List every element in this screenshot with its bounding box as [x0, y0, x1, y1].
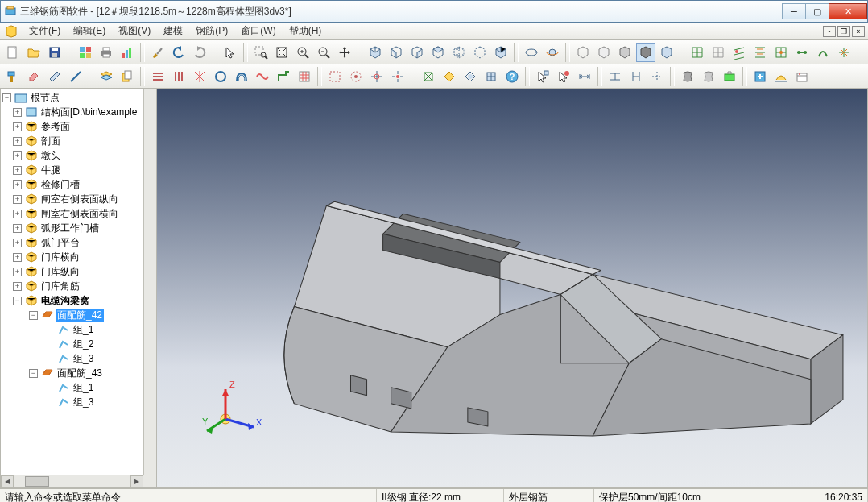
3d-viewport[interactable]: X Y Z [157, 89, 868, 488]
tree-item-group[interactable]: 组_2 [2, 337, 155, 351]
menu-model[interactable]: 建模 [157, 24, 189, 38]
sel-point-button[interactable] [388, 67, 407, 86]
export2-button[interactable] [771, 67, 791, 86]
scroll-thumb[interactable] [25, 476, 49, 487]
rebar-wave-button[interactable] [253, 67, 272, 86]
grid8-button[interactable] [834, 43, 854, 62]
view-wire1-button[interactable] [449, 43, 469, 62]
grid3-button[interactable] [730, 43, 749, 62]
rebar-radial-button[interactable] [190, 67, 209, 86]
view-top-button[interactable] [428, 43, 448, 62]
dim1-button[interactable] [606, 67, 625, 86]
dim3-button[interactable] [647, 67, 667, 86]
tree-item[interactable]: +闸室右侧表面横向 [2, 206, 155, 221]
tree-item[interactable]: +门库角筋 [2, 279, 155, 293]
menu-window[interactable]: 窗口(W) [234, 24, 282, 38]
rebar-hatch-button[interactable] [295, 67, 314, 86]
grid5-button[interactable] [771, 43, 791, 62]
tree-item[interactable]: +检修门槽 [2, 177, 155, 192]
tool-line-button[interactable] [66, 67, 85, 86]
view-solid-button[interactable] [491, 43, 510, 62]
menu-help[interactable]: 帮助(H) [283, 24, 329, 38]
op1-button[interactable] [419, 67, 438, 86]
shade2-button[interactable] [594, 43, 614, 62]
tree-item-group[interactable]: 组_1 [2, 322, 155, 337]
expander-icon[interactable]: + [13, 224, 22, 233]
expander-icon[interactable]: + [13, 282, 22, 291]
tree-item[interactable]: +闸室右侧表面纵向 [2, 192, 155, 206]
tree-item[interactable]: +弧形工作门槽 [2, 221, 155, 235]
view-wire2-button[interactable] [470, 43, 490, 62]
close-button[interactable]: ✕ [829, 3, 867, 19]
mdi-minimize[interactable]: - [823, 26, 836, 37]
tree-item[interactable]: +墩头 [2, 148, 155, 163]
tool-plane-button[interactable] [45, 67, 64, 86]
tree-item[interactable]: +门库横向 [2, 250, 155, 264]
mdi-close[interactable]: × [852, 26, 865, 37]
rebar-circle-button[interactable] [211, 67, 230, 86]
scroll-right-button[interactable]: ▶ [130, 475, 143, 487]
copy-layer-button[interactable] [118, 67, 137, 86]
zoom-extents-button[interactable] [272, 43, 291, 62]
pointer-button[interactable] [221, 43, 240, 62]
rebar-bundle-button[interactable] [169, 67, 188, 86]
expander-icon[interactable]: + [13, 166, 22, 175]
structure-button[interactable] [76, 43, 95, 62]
tree-vscroll[interactable] [143, 89, 156, 475]
tree-item[interactable]: +剖面 [2, 134, 155, 148]
expander-icon[interactable]: + [13, 151, 22, 160]
menu-rebar[interactable]: 钢筋(P) [189, 24, 234, 38]
tree-item[interactable]: +门库纵向 [2, 264, 155, 279]
sel-cross-button[interactable] [367, 67, 386, 86]
tree-item-group[interactable]: 组_3 [2, 351, 155, 366]
grid7-button[interactable] [813, 43, 833, 62]
expander-icon[interactable]: − [2, 93, 11, 102]
view-front-button[interactable] [386, 43, 406, 62]
help-button[interactable]: ? [502, 67, 522, 86]
zoom-in-button[interactable] [293, 43, 312, 62]
grid1-button[interactable] [688, 43, 707, 62]
expander-icon[interactable]: + [13, 108, 22, 117]
chart-button[interactable] [118, 43, 137, 62]
expander-icon[interactable]: + [13, 210, 22, 218]
maximize-button[interactable]: ▢ [805, 3, 829, 19]
export3-button[interactable] [792, 67, 812, 86]
new-file-button[interactable] [3, 43, 23, 62]
view-side-button[interactable] [407, 43, 427, 62]
tree-item-cable[interactable]: −电缆沟梁窝 [2, 293, 155, 308]
brush-button[interactable] [148, 43, 167, 62]
measure-button[interactable] [575, 67, 594, 86]
open-file-button[interactable] [24, 43, 43, 62]
print-button[interactable] [97, 43, 116, 62]
shade5-button[interactable] [657, 43, 676, 62]
expander-icon[interactable]: + [13, 137, 22, 146]
tree-item[interactable]: +参考面 [2, 119, 155, 134]
op4-button[interactable] [482, 67, 501, 86]
shade1-button[interactable] [573, 43, 593, 62]
dim2-button[interactable] [626, 67, 646, 86]
tree-item-group[interactable]: 组_1 [2, 380, 155, 395]
tree-item[interactable]: +结构面[D:\bin\example [2, 105, 155, 119]
paint1-button[interactable] [678, 67, 697, 86]
grid2-button[interactable] [709, 43, 728, 62]
expander-icon[interactable]: − [29, 311, 38, 320]
orbit-button[interactable] [543, 43, 562, 62]
undo-button[interactable] [169, 43, 188, 62]
zoom-window-button[interactable] [251, 43, 271, 62]
sel-circle-button[interactable] [346, 67, 366, 86]
expander-icon[interactable]: + [13, 180, 22, 189]
op2-button[interactable] [440, 67, 459, 86]
zoom-out-button[interactable] [314, 43, 333, 62]
pick2-button[interactable] [554, 67, 573, 86]
tree-item[interactable]: +弧门平台 [2, 235, 155, 250]
grid4-button[interactable] [750, 43, 770, 62]
rotate-button[interactable] [522, 43, 541, 62]
tool-erase-button[interactable] [24, 67, 43, 86]
tree-hscroll[interactable]: ◀ ▶ [1, 475, 143, 487]
expander-icon[interactable]: + [13, 253, 22, 262]
mdi-restore[interactable]: ❐ [837, 26, 850, 37]
menu-file[interactable]: 文件(F) [23, 24, 67, 38]
expander-icon[interactable]: + [13, 268, 22, 276]
menu-view[interactable]: 视图(V) [112, 24, 157, 38]
minimize-button[interactable]: ─ [782, 3, 806, 19]
